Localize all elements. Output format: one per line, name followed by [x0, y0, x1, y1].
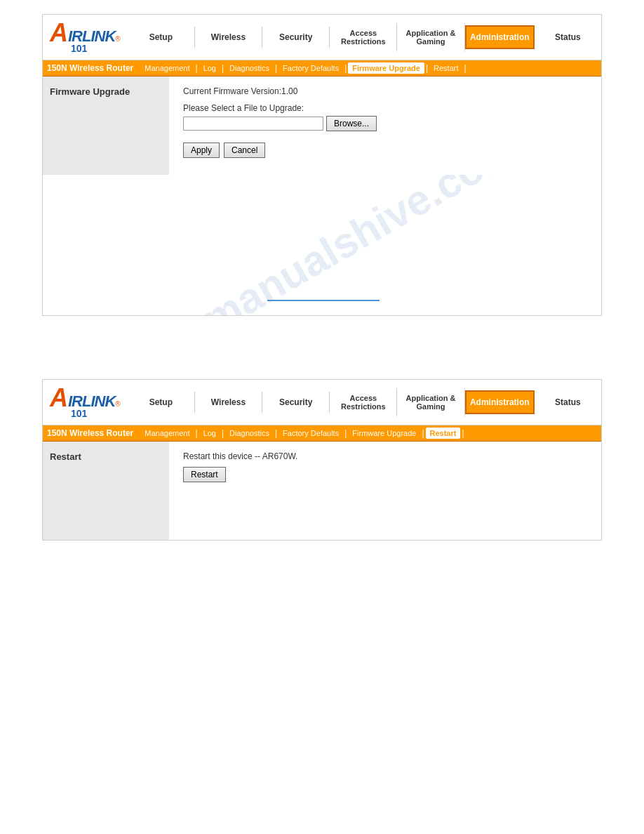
firmware-version-row: Current Firmware Version:1.00 [183, 86, 587, 96]
select-file-label: Please Select a File to Upgrade: [183, 103, 587, 113]
sub-nav-factory-2[interactable]: Factory Defaults [279, 428, 343, 439]
sub-nav-log-2[interactable]: Log [199, 428, 220, 439]
sub-nav-factory-1[interactable]: Factory Defaults [279, 62, 343, 74]
sub-nav-1: 150N Wireless Router Management | Log | … [43, 60, 601, 77]
watermark-text-1: manualshive.com [194, 175, 525, 315]
sidebar-title-1: Firmware Upgrade [50, 84, 162, 100]
sub-nav-log-1[interactable]: Log [199, 62, 220, 74]
sub-nav-title-1: 150N Wireless Router [47, 63, 133, 73]
nav-access-2[interactable]: Access Restrictions [330, 388, 397, 416]
sub-nav-firmware-2[interactable]: Firmware Upgrade [348, 428, 420, 439]
watermark-zone-1: manualshive.com [43, 175, 601, 315]
sub-nav-items-1: Management | Log | Diagnostics | Factory… [140, 62, 597, 74]
action-btn-row-1: Apply Cancel [183, 143, 587, 158]
nav-wireless-2[interactable]: Wireless [195, 392, 262, 413]
nav-status-1[interactable]: Status [535, 27, 601, 48]
logo-1: A IRLINK ® 101 [43, 18, 128, 57]
sub-nav-restart-1[interactable]: Restart [429, 62, 462, 74]
content-row-2: Restart Restart this device -- AR670W. R… [43, 442, 601, 540]
sub-nav-restart-2[interactable]: Restart [426, 428, 461, 439]
sub-nav-title-2: 150N Wireless Router [47, 428, 133, 438]
restart-message: Restart this device -- AR670W. [183, 451, 587, 461]
cancel-button-1[interactable]: Cancel [224, 143, 265, 158]
nav-security-1[interactable]: Security [262, 27, 330, 48]
sub-nav-firmware-1[interactable]: Firmware Upgrade [348, 62, 424, 74]
sidebar-1: Firmware Upgrade [43, 77, 169, 175]
restart-button[interactable]: Restart [183, 467, 226, 482]
nav-setup-1[interactable]: Setup [128, 27, 195, 48]
logo-a-letter-2: A [50, 385, 68, 411]
sub-nav-management-2[interactable]: Management [140, 428, 194, 439]
sub-nav-2: 150N Wireless Router Management | Log | … [43, 425, 601, 442]
apply-button-1[interactable]: Apply [183, 143, 220, 158]
main-content-2: Restart this device -- AR670W. Restart [169, 442, 601, 540]
main-content-1: Current Firmware Version:1.00 Please Sel… [169, 77, 601, 175]
header-2: A IRLINK ® 101 Setup Wireless Security A… [43, 380, 601, 425]
nav-status-2[interactable]: Status [535, 392, 601, 413]
sub-nav-diagnostics-1[interactable]: Diagnostics [225, 62, 274, 74]
firmware-version-label: Current Firmware Version:1.00 [183, 86, 297, 96]
sub-nav-items-2: Management | Log | Diagnostics | Factory… [140, 428, 597, 439]
nav-security-2[interactable]: Security [262, 392, 330, 413]
logo-registered-2: ® [115, 400, 120, 408]
main-nav-1: Setup Wireless Security Access Restricti… [128, 23, 601, 51]
panel-restart: A IRLINK ® 101 Setup Wireless Security A… [42, 379, 602, 541]
nav-setup-2[interactable]: Setup [128, 392, 195, 413]
sub-nav-management-1[interactable]: Management [140, 62, 194, 74]
nav-admin-1[interactable]: Administration [465, 25, 535, 49]
nav-wireless-1[interactable]: Wireless [195, 27, 262, 48]
header-1: A IRLINK ® 101 Setup Wireless Security A… [43, 15, 601, 60]
sidebar-title-2: Restart [50, 449, 162, 465]
page-gap [42, 344, 602, 379]
nav-appgaming-2[interactable]: Application & Gaming [397, 388, 464, 416]
logo-2: A IRLINK ® 101 [43, 383, 128, 422]
sub-nav-diagnostics-2[interactable]: Diagnostics [225, 428, 274, 439]
main-nav-2: Setup Wireless Security Access Restricti… [128, 388, 601, 416]
logo-a-letter: A [50, 20, 68, 46]
file-path-input[interactable] [183, 117, 323, 131]
nav-appgaming-1[interactable]: Application & Gaming [397, 23, 464, 51]
nav-access-1[interactable]: Access Restrictions [330, 23, 397, 51]
select-file-row: Please Select a File to Upgrade: Browse.… [183, 103, 587, 131]
logo-num-2: 101 [71, 408, 87, 419]
nav-admin-2[interactable]: Administration [465, 390, 535, 414]
panel-firmware-upgrade: A IRLINK ® 101 Setup Wireless Security A… [42, 14, 602, 316]
browse-button[interactable]: Browse... [326, 116, 377, 131]
logo-num: 101 [71, 43, 87, 54]
content-row-1: Firmware Upgrade Current Firmware Versio… [43, 77, 601, 175]
sidebar-2: Restart [43, 442, 169, 540]
watermark-line-1 [267, 300, 380, 301]
logo-registered: ® [115, 35, 120, 43]
